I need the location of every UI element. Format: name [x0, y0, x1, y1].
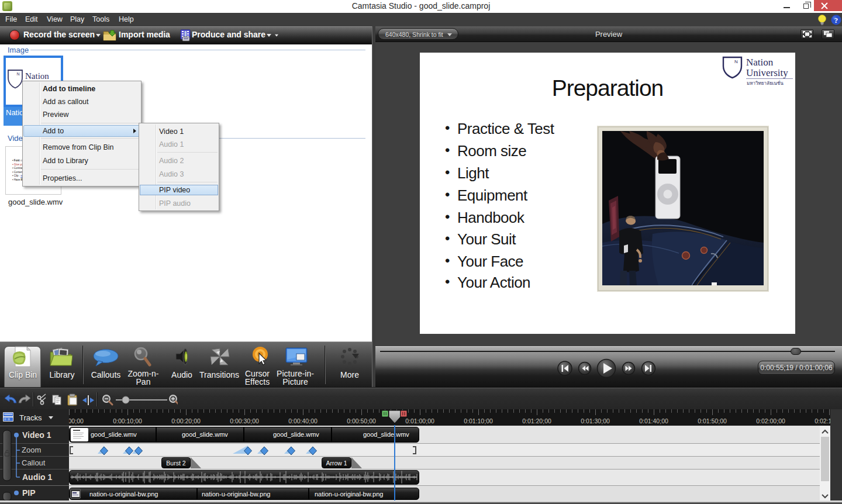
svg-text:มหาวิทยาลัยเนชั่น: มหาวิทยาลัยเนชั่น	[747, 80, 784, 86]
svg-text:University: University	[746, 67, 788, 78]
svg-text:N: N	[16, 72, 19, 76]
svg-text:N: N	[734, 59, 738, 64]
svg-text:Nation: Nation	[25, 71, 49, 81]
svg-text:Nation: Nation	[746, 57, 774, 68]
svg-text:?: ?	[834, 16, 838, 25]
